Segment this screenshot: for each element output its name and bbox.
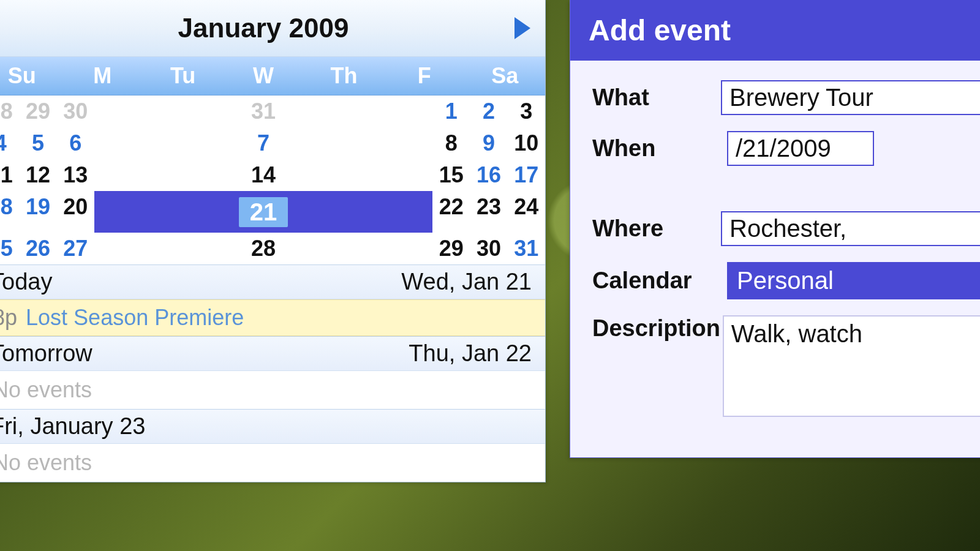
day-cell[interactable]: 22 [432,191,470,223]
agenda-section-header: TodayWed, Jan 21 [0,265,545,299]
agenda-section: TomorrowThu, Jan 22No events [0,336,545,409]
agenda-section: TodayWed, Jan 218pLost Season Premiere [0,264,545,336]
day-cell[interactable]: 12 [19,159,56,191]
agenda-section-header: Fri, January 23 [0,410,545,444]
day-cell[interactable]: 6 [57,127,94,159]
agenda-event[interactable]: 8pLost Season Premiere [0,299,545,336]
weekday-f: F [384,63,464,89]
weekday-header-row: Su M Tu W Th F Sa [0,57,545,96]
calendar-title-bar: January 2009 [0,0,545,57]
add-event-form: What When Where Calendar Personal Descri… [570,61,980,457]
day-cell[interactable]: 9 [470,127,507,159]
calendar-grid: 2829303112345678910111213141516171819202… [0,96,545,264]
day-cell[interactable]: 29 [432,233,470,264]
agenda-section-label: Today [0,269,52,295]
agenda-section-date: Wed, Jan 21 [401,269,532,295]
weekday-m: M [62,63,142,89]
agenda-section: Fri, January 23No events [0,409,545,482]
day-cell[interactable]: 18 [0,191,19,223]
calendar-month-title: January 2009 [178,13,349,43]
weekday-tu: Tu [143,63,223,89]
day-cell[interactable]: 29 [19,96,56,127]
weekday-su: Su [0,63,62,89]
day-cell[interactable]: 31 [508,233,545,264]
weekday-w: W [223,63,303,89]
add-event-panel: Add event What When Where Calendar Perso… [570,0,980,458]
agenda-list: TodayWed, Jan 218pLost Season PremiereTo… [0,264,545,482]
when-date-input[interactable] [727,131,874,166]
day-cell[interactable]: 17 [508,159,545,191]
day-cell[interactable]: 8 [432,127,470,159]
day-cell[interactable]: 19 [19,191,56,223]
day-cell[interactable]: 28 [0,96,19,127]
day-cell[interactable]: 27 [57,233,94,264]
day-cell[interactable]: 11 [0,159,19,191]
day-cell[interactable]: 21 [94,191,432,233]
agenda-section-label: Fri, January 23 [0,413,145,440]
agenda-section-header: TomorrowThu, Jan 22 [0,337,545,371]
day-cell[interactable]: 16 [470,159,507,191]
calendar-select[interactable]: Personal [727,262,980,299]
day-cell[interactable]: 23 [470,191,507,223]
weekday-sa: Sa [465,63,545,89]
what-input[interactable] [721,80,980,115]
description-textarea[interactable] [723,315,980,417]
agenda-section-label: Tomorrow [0,340,92,367]
day-cell[interactable]: 10 [508,127,545,159]
no-events-text: No events [0,444,545,482]
day-cell[interactable]: 28 [94,233,432,264]
day-cell[interactable]: 5 [19,127,56,159]
day-cell[interactable]: 30 [470,233,507,264]
next-month-arrow-icon[interactable] [514,17,530,39]
where-input[interactable] [721,211,980,246]
description-label: Description [592,315,723,342]
day-cell[interactable]: 14 [94,159,432,191]
weekday-th: Th [304,63,384,89]
day-cell[interactable]: 25 [0,233,19,264]
add-event-heading: Add event [570,0,980,61]
day-cell[interactable]: 7 [94,127,432,159]
day-cell[interactable]: 2 [470,96,507,127]
day-cell[interactable]: 20 [57,191,94,223]
agenda-section-date: Thu, Jan 22 [409,340,532,367]
what-label: What [592,84,721,111]
day-cell[interactable]: 15 [432,159,470,191]
when-label: When [592,135,727,162]
day-cell[interactable]: 4 [0,127,19,159]
event-time: 8p [0,305,17,330]
mini-calendar-panel: January 2009 Su M Tu W Th F Sa 282930311… [0,0,546,482]
event-title: Lost Season Premiere [26,305,244,330]
day-cell[interactable]: 3 [508,96,545,127]
calendar-label: Calendar [592,268,727,294]
day-cell[interactable]: 26 [19,233,56,264]
no-events-text: No events [0,371,545,409]
where-label: Where [592,216,721,242]
day-cell[interactable]: 24 [508,191,545,223]
day-cell[interactable]: 30 [57,96,94,127]
day-cell[interactable]: 31 [94,96,432,127]
day-cell[interactable]: 1 [432,96,470,127]
day-cell[interactable]: 13 [57,159,94,191]
